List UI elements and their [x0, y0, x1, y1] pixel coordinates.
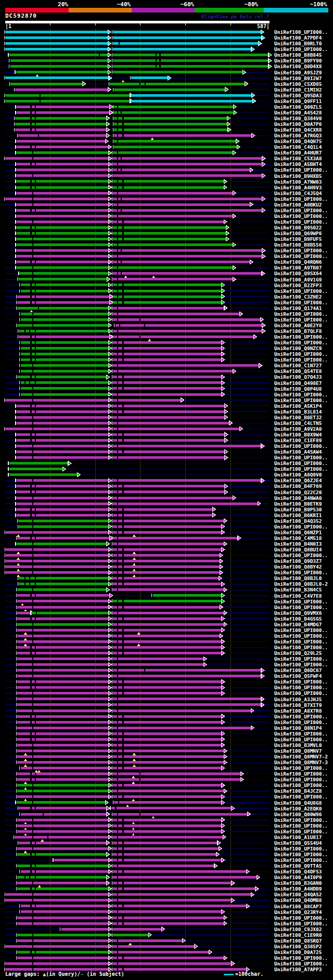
alignment-segment[interactable] [113, 65, 268, 68]
alignment-segment[interactable] [113, 710, 250, 712]
alignment-segment[interactable] [113, 917, 223, 919]
alignment-segment[interactable] [17, 261, 108, 263]
hit-row[interactable]: UniRef100_UPI000.. [5, 857, 328, 863]
hit-row[interactable]: UniRef100_A4HDB9 [5, 886, 322, 892]
alignment-segment[interactable] [113, 893, 250, 896]
alignment-segment[interactable] [17, 226, 108, 229]
alignment-segment[interactable] [17, 882, 106, 884]
hit-label[interactable]: UniRef100_B7XIT9 [274, 702, 322, 708]
alignment-segment[interactable] [17, 939, 108, 942]
alignment-segment[interactable] [5, 48, 108, 50]
alignment-segment[interactable] [15, 117, 106, 120]
alignment-segment[interactable] [113, 968, 246, 971]
alignment-segment[interactable] [10, 59, 108, 62]
alignment-segment[interactable] [113, 842, 217, 844]
hit-label[interactable]: UniRef100_D0A725 [274, 949, 322, 955]
hit-row[interactable]: UniRef100_A0E2Y8 [5, 323, 322, 328]
alignment-segment[interactable] [6, 565, 108, 568]
alignment-segment[interactable] [16, 71, 108, 73]
alignment-segment[interactable] [113, 744, 221, 746]
hit-label[interactable]: UniRef100_Q8BJL0 [274, 575, 322, 581]
hit-row[interactable]: UniRef100_UPI000.. [5, 915, 328, 921]
hit-row[interactable]: UniRef100_C1N727 [5, 363, 322, 368]
alignment-segment[interactable] [17, 514, 108, 517]
alignment-segment[interactable] [113, 905, 246, 907]
alignment-segment[interactable] [113, 692, 221, 694]
hit-row[interactable]: UniRef100_Q498E7 [5, 380, 322, 386]
alignment-segment[interactable] [17, 497, 108, 499]
hit-row[interactable]: UniRef100_A7NW03 [5, 179, 322, 185]
hit-label[interactable]: UniRef100_Q9D3Z7 [274, 558, 322, 564]
hit-label[interactable]: UniRef100_B3MVL0 [274, 742, 322, 748]
hit-label[interactable]: UniRef100_B0ETK9 [274, 501, 322, 507]
hit-row[interactable]: UniRef100_UPI000.. [5, 460, 328, 466]
alignment-segment[interactable] [21, 813, 107, 816]
alignment-segment[interactable] [113, 617, 221, 620]
hit-label[interactable]: UniRef100_C9JX02 [274, 926, 322, 932]
alignment-segment[interactable] [9, 54, 108, 56]
hit-label[interactable]: UniRef100_C4LTN5 [274, 420, 322, 426]
alignment-segment[interactable] [113, 485, 224, 487]
alignment-segment[interactable] [113, 951, 209, 953]
hit-label[interactable]: UniRef100_Q8BUI4 [274, 547, 322, 552]
alignment-segment[interactable] [132, 100, 252, 102]
alignment-segment[interactable] [113, 824, 221, 827]
alignment-segment[interactable] [113, 865, 214, 867]
hit-label[interactable]: UniRef100_UPI000.. [274, 317, 328, 323]
alignment-segment[interactable] [113, 272, 261, 275]
hit-label[interactable]: UniRef100_Q8MNV7 [274, 748, 322, 754]
hit-label[interactable]: UniRef100_UPI000.. [274, 455, 328, 460]
alignment-segment[interactable] [21, 381, 108, 384]
alignment-segment[interactable] [17, 790, 108, 792]
alignment-segment[interactable] [17, 663, 108, 666]
hit-label[interactable]: UniRef100_Q4RQN6 [274, 259, 322, 265]
alignment-segment[interactable] [113, 795, 221, 798]
hit-label[interactable]: UniRef100_UPI000.. [274, 782, 328, 788]
hit-label[interactable]: UniRef100_UPI000.. [274, 570, 328, 575]
hit-label[interactable]: UniRef100_A4H9V3 [274, 185, 322, 190]
hit-row[interactable]: UniRef100_UPI000.. [4, 46, 328, 52]
alignment-segment[interactable] [18, 520, 108, 522]
alignment-segment[interactable] [17, 485, 108, 487]
alignment-segment[interactable] [113, 721, 221, 724]
alignment-segment[interactable] [17, 169, 108, 171]
hit-row[interactable]: UniRef100_UPI000.. [4, 29, 328, 35]
alignment-segment[interactable] [113, 313, 239, 315]
hit-label[interactable]: UniRef100_UPI000.. [274, 817, 328, 823]
alignment-segment[interactable] [113, 243, 233, 246]
hit-row[interactable]: UniRef100_Q00ZL5 [5, 104, 322, 110]
alignment-segment[interactable] [17, 439, 108, 442]
hit-label[interactable]: UniRef100_UPI000.. [274, 679, 328, 685]
hit-label[interactable]: UniRef100_C4V7E8 [274, 593, 322, 599]
hit-row[interactable]: UniRef100_UPI000.. [5, 167, 328, 173]
hit-row[interactable]: UniRef100_B9RLT0 [4, 41, 322, 46]
alignment-segment[interactable] [113, 537, 237, 539]
hit-row[interactable]: UniRef100_UPI000.. [5, 852, 328, 857]
alignment-segment[interactable] [113, 623, 223, 626]
alignment-segment[interactable] [21, 358, 108, 361]
alignment-segment[interactable] [6, 945, 108, 948]
alignment-segment[interactable] [113, 450, 224, 453]
alignment-segment[interactable] [17, 847, 108, 850]
alignment-segment[interactable] [113, 249, 262, 252]
hit-label[interactable]: UniRef100_UPI000.. [274, 213, 328, 219]
hit-label[interactable]: UniRef100_A7APP3 [274, 966, 322, 972]
hit-label[interactable]: UniRef100_UPI000.. [274, 196, 328, 202]
hit-row[interactable]: UniRef100_B8B845 [5, 52, 322, 58]
hit-row[interactable]: UniRef100_Q8BJL0-2 [5, 581, 328, 587]
hit-row[interactable]: UniRef100_B6KRI1 [5, 512, 322, 518]
hit-label[interactable]: UniRef100_UPI000.. [274, 690, 328, 696]
hit-row[interactable]: UniRef100_Q385P2 [5, 944, 322, 949]
hit-row[interactable]: UniRef100_UPI000.. [5, 961, 328, 966]
hit-row[interactable]: UniRef100_C9JX02 [5, 926, 322, 932]
hit-row[interactable]: UniRef100_B9FY90 [5, 58, 322, 63]
alignment-segment[interactable] [5, 198, 108, 200]
alignment-segment[interactable] [153, 594, 222, 597]
hit-row[interactable]: UniRef100_A9TB07 [5, 265, 322, 270]
alignment-segment[interactable] [113, 887, 255, 890]
alignment-segment[interactable] [113, 577, 219, 579]
alignment-segment[interactable] [19, 577, 108, 579]
hit-row[interactable]: UniRef100_UPI000.. [5, 656, 328, 662]
hit-label[interactable]: UniRef100_A5BHT4 [274, 161, 322, 167]
alignment-segment[interactable] [5, 94, 130, 97]
